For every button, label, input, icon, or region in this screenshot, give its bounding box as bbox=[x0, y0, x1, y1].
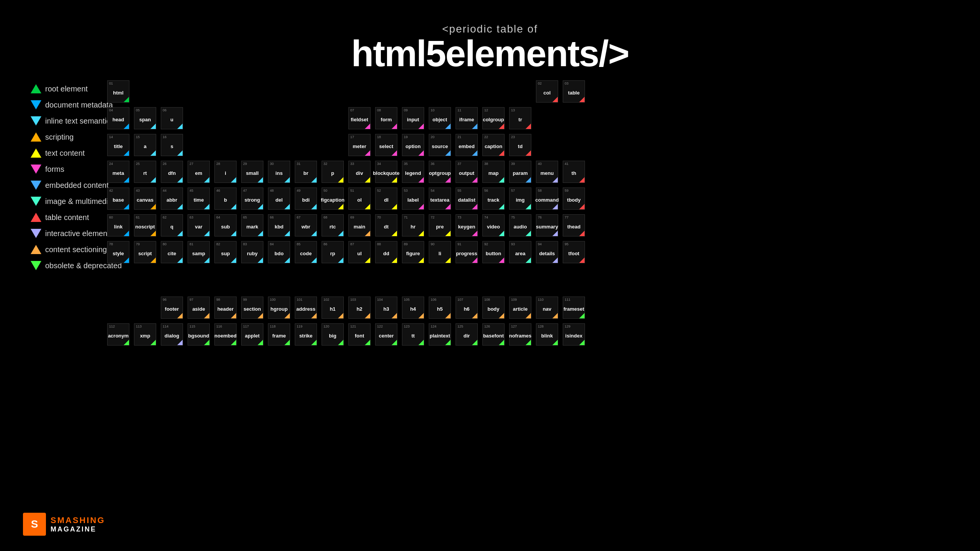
element-h4[interactable]: 105h4 bbox=[402, 297, 424, 319]
element-frame[interactable]: 118frame bbox=[268, 323, 290, 346]
element-tr[interactable]: 13tr bbox=[509, 107, 531, 129]
element-video[interactable]: 74video bbox=[482, 214, 505, 236]
element-param[interactable]: 39param bbox=[509, 161, 531, 183]
element-applet[interactable]: 117applet bbox=[241, 323, 263, 346]
element-samp[interactable]: 81samp bbox=[188, 241, 210, 263]
element-aside[interactable]: 97aside bbox=[188, 297, 210, 319]
element-summary[interactable]: 76summary bbox=[536, 214, 558, 236]
element-basefont[interactable]: 126basefont bbox=[482, 323, 505, 346]
element-label[interactable]: 53label bbox=[402, 187, 424, 210]
element-table[interactable]: 03table bbox=[563, 80, 585, 103]
element-wbr[interactable]: 67wbr bbox=[295, 214, 317, 236]
element-a[interactable]: 15a bbox=[134, 134, 156, 156]
element-sup[interactable]: 82sup bbox=[214, 241, 237, 263]
element-bdo[interactable]: 84bdo bbox=[268, 241, 290, 263]
element-link[interactable]: 60link bbox=[107, 214, 129, 236]
element-kbd[interactable]: 66kbd bbox=[268, 214, 290, 236]
element-output[interactable]: 37output bbox=[456, 161, 478, 183]
element-thead[interactable]: 77thead bbox=[563, 214, 585, 236]
element-ol[interactable]: 51ol bbox=[348, 187, 371, 210]
element-rt[interactable]: 25rt bbox=[134, 161, 156, 183]
element-option[interactable]: 19option bbox=[402, 134, 424, 156]
element-bdi[interactable]: 49bdi bbox=[295, 187, 317, 210]
element-var[interactable]: 63var bbox=[188, 214, 210, 236]
element-dd[interactable]: 88dd bbox=[375, 241, 397, 263]
element-base[interactable]: 42base bbox=[107, 187, 129, 210]
element-rtc[interactable]: 68rtc bbox=[322, 214, 344, 236]
element-button[interactable]: 92button bbox=[482, 241, 505, 263]
element-isindex[interactable]: 129isindex bbox=[563, 323, 585, 346]
element-s[interactable]: 16s bbox=[161, 134, 183, 156]
element-textarea[interactable]: 54textarea bbox=[429, 187, 451, 210]
element-time[interactable]: 45time bbox=[188, 187, 210, 210]
element-ruby[interactable]: 83ruby bbox=[241, 241, 263, 263]
element-input[interactable]: 09input bbox=[402, 107, 424, 129]
element-h5[interactable]: 106h5 bbox=[429, 297, 451, 319]
element-u[interactable]: 06u bbox=[161, 107, 183, 129]
element-h1[interactable]: 102h1 bbox=[322, 297, 344, 319]
element-noframes[interactable]: 127noframes bbox=[509, 323, 531, 346]
element-header[interactable]: 98header bbox=[214, 297, 237, 319]
element-menu[interactable]: 40menu bbox=[536, 161, 558, 183]
element-div[interactable]: 33div bbox=[348, 161, 371, 183]
element-big[interactable]: 120big bbox=[322, 323, 344, 346]
element-p[interactable]: 32p bbox=[322, 161, 344, 183]
element-style[interactable]: 78style bbox=[107, 241, 129, 263]
element-h3[interactable]: 104h3 bbox=[375, 297, 397, 319]
element-script[interactable]: 79script bbox=[134, 241, 156, 263]
element-html[interactable]: 01html bbox=[107, 80, 129, 103]
element-area[interactable]: 93area bbox=[509, 241, 531, 263]
element-map[interactable]: 38map bbox=[482, 161, 505, 183]
element-pre[interactable]: 72pre bbox=[429, 214, 451, 236]
element-embed[interactable]: 21embed bbox=[456, 134, 478, 156]
element-address[interactable]: 101address bbox=[295, 297, 317, 319]
element-nav[interactable]: 110nav bbox=[536, 297, 558, 319]
element-fieldset[interactable]: 07fieldset bbox=[348, 107, 371, 129]
element-strike[interactable]: 119strike bbox=[295, 323, 317, 346]
element-meter[interactable]: 17meter bbox=[348, 134, 371, 156]
element-bgsound[interactable]: 115bgsound bbox=[188, 323, 210, 346]
element-dfn[interactable]: 26dfn bbox=[161, 161, 183, 183]
element-abbr[interactable]: 44abbr bbox=[161, 187, 183, 210]
element-hr[interactable]: 71hr bbox=[402, 214, 424, 236]
element-br[interactable]: 31br bbox=[295, 161, 317, 183]
element-blockquote[interactable]: 34blockquote bbox=[375, 161, 397, 183]
element-img[interactable]: 57img bbox=[509, 187, 531, 210]
element-cite[interactable]: 80cite bbox=[161, 241, 183, 263]
element-source[interactable]: 20source bbox=[429, 134, 451, 156]
element-font[interactable]: 121font bbox=[348, 323, 371, 346]
element-tt[interactable]: 123tt bbox=[402, 323, 424, 346]
element-center[interactable]: 122center bbox=[375, 323, 397, 346]
element-rp[interactable]: 86rp bbox=[322, 241, 344, 263]
element-th[interactable]: 41th bbox=[563, 161, 585, 183]
element-caption[interactable]: 22caption bbox=[482, 134, 505, 156]
element-command[interactable]: 58command bbox=[536, 187, 558, 210]
element-body[interactable]: 108body bbox=[482, 297, 505, 319]
element-xmp[interactable]: 113xmp bbox=[134, 323, 156, 346]
element-canvas[interactable]: 43canvas bbox=[134, 187, 156, 210]
element-b[interactable]: 46b bbox=[214, 187, 237, 210]
element-i[interactable]: 28i bbox=[214, 161, 237, 183]
element-td[interactable]: 23td bbox=[509, 134, 531, 156]
element-details[interactable]: 94details bbox=[536, 241, 558, 263]
element-keygen[interactable]: 73keygen bbox=[456, 214, 478, 236]
element-ins[interactable]: 30ins bbox=[268, 161, 290, 183]
element-tfoot[interactable]: 95tfoot bbox=[563, 241, 585, 263]
element-mark[interactable]: 65mark bbox=[241, 214, 263, 236]
element-li[interactable]: 90li bbox=[429, 241, 451, 263]
element-sub[interactable]: 64sub bbox=[214, 214, 237, 236]
element-frameset[interactable]: 111frameset bbox=[563, 297, 585, 319]
element-object[interactable]: 10object bbox=[429, 107, 451, 129]
element-dl[interactable]: 52dl bbox=[375, 187, 397, 210]
element-col[interactable]: 02col bbox=[536, 80, 558, 103]
element-acronym[interactable]: 112acronym bbox=[107, 323, 129, 346]
element-del[interactable]: 48del bbox=[268, 187, 290, 210]
element-ul[interactable]: 87ul bbox=[348, 241, 371, 263]
element-select[interactable]: 18select bbox=[375, 134, 397, 156]
element-small[interactable]: 29small bbox=[241, 161, 263, 183]
element-dir[interactable]: 125dir bbox=[456, 323, 478, 346]
element-tbody[interactable]: 59tbody bbox=[563, 187, 585, 210]
element-meta[interactable]: 24meta bbox=[107, 161, 129, 183]
element-article[interactable]: 109article bbox=[509, 297, 531, 319]
element-footer[interactable]: 96footer bbox=[161, 297, 183, 319]
